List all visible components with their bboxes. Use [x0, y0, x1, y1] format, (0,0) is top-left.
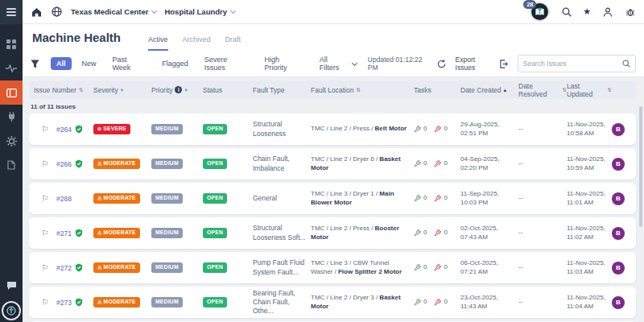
- filter-chip-new[interactable]: New: [76, 57, 102, 70]
- filter-chip-past-week[interactable]: Past Week: [107, 53, 152, 74]
- filter-chip-all[interactable]: All: [51, 57, 72, 70]
- site-selector[interactable]: Hospital Laundry: [164, 7, 235, 16]
- column-header-issue-number[interactable]: Issue Number⇅: [34, 86, 93, 94]
- wrench-red-icon: [434, 299, 441, 306]
- column-header-tasks[interactable]: Tasks: [414, 86, 460, 94]
- globe-icon[interactable]: [51, 6, 63, 18]
- assignee-avatar[interactable]: B: [612, 296, 625, 309]
- issue-number-link[interactable]: #273: [56, 299, 72, 307]
- issue-number-link[interactable]: #271: [56, 229, 72, 237]
- org-selector[interactable]: Texas Medical Center: [71, 7, 156, 16]
- all-filters-label: All Filters: [320, 56, 349, 72]
- fault-type: Structural Looseness Soft...: [253, 224, 311, 242]
- table-row[interactable]: ⚐ #264 ⊘SEVERE MEDIUM OPEN Structural Lo…: [29, 114, 636, 145]
- refresh-icon[interactable]: [437, 60, 446, 68]
- column-header-last-updated[interactable]: Last Updated⇅: [567, 82, 612, 98]
- severity-icon: ⚠: [97, 265, 102, 270]
- sort-icon: ⇅: [79, 87, 83, 93]
- priority-badge: MEDIUM: [151, 262, 183, 274]
- table-body: ⚐ #264 ⊘SEVERE MEDIUM OPEN Structural Lo…: [23, 114, 644, 318]
- table-row[interactable]: ⚐ #266 ⚠MODERATE MEDIUM OPEN Chain Fault…: [29, 148, 636, 180]
- search-icon[interactable]: [622, 60, 630, 68]
- sidebar-item-apps[interactable]: [0, 32, 23, 56]
- issue-number-link[interactable]: #268: [56, 195, 72, 203]
- date-created: 06-Oct-2025, 07:21 AM: [460, 259, 518, 276]
- hamburger-menu-icon[interactable]: [0, 0, 23, 24]
- filter-chip-severe-issues[interactable]: Severe Issues: [199, 53, 254, 74]
- fault-type: General: [253, 194, 311, 203]
- search-icon[interactable]: [560, 6, 572, 18]
- status-badge: OPEN: [203, 262, 227, 274]
- assignee-avatar[interactable]: B: [612, 158, 625, 171]
- export-issues-button[interactable]: Export Issues: [456, 56, 508, 72]
- issue-number-link[interactable]: #264: [56, 126, 72, 134]
- severity-icon: ⚠: [97, 196, 102, 200]
- fault-location: TMC / Line 2 / Press / Belt Motor: [311, 125, 414, 133]
- assignee-cell: B: [612, 192, 630, 205]
- favorites-star-icon[interactable]: ★: [583, 7, 591, 16]
- funnel-filter-icon[interactable]: [31, 60, 39, 68]
- severity-badge: ⚠MODERATE: [93, 297, 140, 308]
- issue-number-link[interactable]: #272: [56, 264, 72, 272]
- fault-location-asset: Belt Motor: [375, 125, 407, 132]
- column-header-severity[interactable]: Severity▾: [93, 86, 151, 94]
- issue-count: 11 of 11 issues: [23, 99, 644, 114]
- priority-badge: MEDIUM: [151, 159, 183, 170]
- wrench-red-icon: [434, 229, 441, 237]
- product-updates-beacon[interactable]: [2, 301, 21, 320]
- status-badge: OPEN: [203, 228, 227, 239]
- date-resolved: --: [518, 263, 567, 271]
- sort-icon: ⇅: [608, 87, 612, 93]
- table-row[interactable]: ⚐ #271 ⚠MODERATE MEDIUM OPEN Structural …: [29, 217, 636, 249]
- tab-draft[interactable]: Draft: [225, 35, 242, 51]
- wrench-red-icon: [434, 126, 441, 133]
- sidebar-item-chat[interactable]: [0, 274, 23, 298]
- table-row[interactable]: ⚐ #273 ⚠MODERATE MEDIUM OPEN Bearing Fau…: [29, 287, 636, 318]
- info-icon[interactable]: i: [175, 86, 182, 93]
- tasks-cell: 0 0: [414, 298, 460, 306]
- flag-icon[interactable]: ⚐: [34, 125, 56, 134]
- assignee-avatar[interactable]: B: [612, 192, 625, 205]
- tab-archived[interactable]: Archived: [183, 35, 211, 51]
- filter-chip-high-priority[interactable]: High Priority: [259, 53, 308, 74]
- flag-icon[interactable]: ⚐: [34, 229, 56, 237]
- flag-icon[interactable]: ⚐: [34, 298, 56, 307]
- column-header-fault-location[interactable]: Fault Location⇅: [311, 86, 414, 94]
- user-icon[interactable]: [601, 6, 613, 18]
- sidebar-item-settings[interactable]: [0, 129, 23, 153]
- column-header-priority[interactable]: Priorityi▾: [151, 86, 203, 94]
- whats-new-button[interactable]: 28: [530, 2, 550, 22]
- bug-report-icon[interactable]: [624, 6, 636, 18]
- search-issues-input[interactable]: [523, 60, 622, 68]
- flag-icon[interactable]: ⚐: [34, 263, 56, 272]
- flag-icon[interactable]: ⚐: [34, 194, 56, 203]
- tab-active[interactable]: Active: [148, 35, 168, 51]
- severity-badge: ⚠MODERATE: [93, 159, 140, 170]
- column-header-date-created[interactable]: Date Created▴: [460, 86, 518, 94]
- sidebar-item-devices[interactable]: [0, 105, 23, 129]
- flag-icon[interactable]: ⚐: [34, 159, 56, 168]
- table-row[interactable]: ⚐ #268 ⚠MODERATE MEDIUM OPEN General TMC…: [29, 183, 636, 214]
- sidebar-item-machine-health[interactable]: [0, 80, 23, 105]
- sidebar-item-activity[interactable]: [0, 56, 23, 80]
- page-header: Machine Health ActiveArchivedDraft: [23, 24, 644, 51]
- sidebar-item-documents[interactable]: [0, 153, 23, 177]
- assignee-avatar[interactable]: B: [612, 227, 625, 240]
- column-header-date-resolved[interactable]: Date Resolved⇅: [518, 82, 567, 98]
- issue-number-link[interactable]: #266: [56, 160, 72, 168]
- overdue-tasks: 0: [434, 298, 447, 306]
- vertical-scrollbar[interactable]: [639, 106, 642, 227]
- assignee-avatar[interactable]: B: [612, 123, 625, 136]
- table-row[interactable]: ⚐ #272 ⚠MODERATE MEDIUM OPEN Pump Fault …: [29, 252, 636, 283]
- sort-icon: ▾: [184, 87, 187, 93]
- open-tasks: 0: [414, 229, 427, 237]
- assignee-avatar[interactable]: B: [612, 262, 625, 275]
- all-filters-dropdown[interactable]: All Filters: [320, 56, 357, 72]
- home-icon[interactable]: [31, 6, 43, 18]
- tasks-cell: 0 0: [414, 263, 460, 271]
- column-header-status[interactable]: Status: [203, 86, 253, 94]
- filter-chip-flagged[interactable]: Flagged: [156, 57, 194, 70]
- column-header-fault-type[interactable]: Fault Type: [253, 86, 311, 94]
- last-updated: 11-Nov-2025, 11:02 AM: [567, 225, 612, 242]
- org-selector-label: Texas Medical Center: [71, 7, 148, 16]
